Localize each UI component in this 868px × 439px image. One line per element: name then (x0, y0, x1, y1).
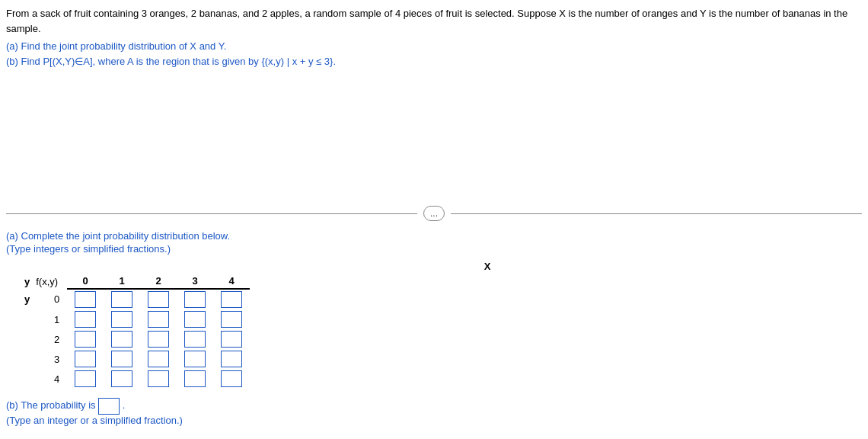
divider-line-left (6, 213, 417, 214)
input-3-4[interactable] (221, 351, 242, 367)
cell-3-0 (67, 349, 104, 369)
cell-4-2 (140, 369, 177, 389)
y-label-cell: y (21, 289, 33, 309)
cell-3-3 (177, 349, 213, 369)
cell-1-4 (213, 309, 250, 329)
cell-2-4 (213, 329, 250, 349)
cell-0-0 (67, 289, 104, 309)
input-3-0[interactable] (75, 351, 96, 367)
y-side-header: y (21, 274, 33, 289)
instruction-text-1: (a) Complete the joint probability distr… (6, 230, 862, 242)
input-0-3[interactable] (184, 291, 206, 308)
input-1-0[interactable] (75, 311, 96, 328)
input-4-0[interactable] (75, 370, 96, 387)
col-header-0: 0 (67, 274, 104, 289)
x-axis-label: X (113, 261, 862, 272)
part-b-note: (Type an integer or a simplified fractio… (6, 415, 183, 426)
col-header-1: 1 (104, 274, 140, 289)
cell-3-2 (140, 349, 177, 369)
cell-4-3 (177, 369, 213, 389)
instruction-text-2: (Type integers or simplified fractions.) (6, 243, 862, 255)
part-b-statement: (b) Find P[(X,Y)∈A], where A is the regi… (6, 54, 862, 69)
input-4-3[interactable] (184, 370, 206, 387)
spacer-cell (21, 349, 33, 369)
input-4-2[interactable] (148, 370, 169, 387)
cell-4-1 (104, 369, 140, 389)
cell-2-3 (177, 329, 213, 349)
col-header-4: 4 (213, 274, 250, 289)
col-header-3: 3 (177, 274, 213, 289)
input-2-1[interactable] (111, 331, 132, 348)
cell-1-2 (140, 309, 177, 329)
ellipsis-button[interactable]: ... (423, 206, 445, 221)
cell-0-1 (104, 289, 140, 309)
table-row: 4 (21, 369, 250, 389)
input-3-3[interactable] (184, 351, 206, 367)
table-row: 3 (21, 349, 250, 369)
input-4-1[interactable] (111, 370, 132, 387)
cell-2-0 (67, 329, 104, 349)
input-3-2[interactable] (148, 351, 169, 367)
input-2-4[interactable] (221, 331, 242, 348)
divider-area: ... (0, 206, 868, 221)
input-1-3[interactable] (184, 311, 206, 328)
cell-4-4 (213, 369, 250, 389)
fxy-header: f(x,y) (33, 274, 67, 289)
part-b-section: (b) The probability is . (Type an intege… (6, 398, 862, 426)
row-header-4: 4 (33, 369, 67, 389)
part-a-statement: (a) Find the joint probability distribut… (6, 39, 862, 54)
cell-3-4 (213, 349, 250, 369)
divider-line-right (451, 213, 862, 214)
input-1-4[interactable] (221, 311, 242, 328)
table-container: X y f(x,y) 0 1 2 3 4 (21, 261, 862, 389)
input-3-1[interactable] (111, 351, 132, 367)
part-b-input[interactable] (98, 398, 120, 415)
spacer-cell (21, 309, 33, 329)
cell-0-3 (177, 289, 213, 309)
input-2-3[interactable] (184, 331, 206, 348)
input-1-1[interactable] (111, 311, 132, 328)
bottom-section: (a) Complete the joint probability distr… (0, 221, 868, 432)
cell-1-0 (67, 309, 104, 329)
part-b-prefix: (b) The probability is (6, 399, 96, 411)
part-b-suffix: . (123, 399, 126, 411)
table-row: 1 (21, 309, 250, 329)
spacer-cell (21, 329, 33, 349)
input-2-0[interactable] (75, 331, 96, 348)
input-0-2[interactable] (148, 291, 169, 308)
row-header-0: 0 (33, 289, 67, 309)
col-header-2: 2 (140, 274, 177, 289)
cell-1-1 (104, 309, 140, 329)
cell-0-4 (213, 289, 250, 309)
input-0-4[interactable] (221, 291, 242, 308)
row-header-1: 1 (33, 309, 67, 329)
cell-3-1 (104, 349, 140, 369)
probability-table: y f(x,y) 0 1 2 3 4 y (21, 274, 250, 389)
spacer-cell (21, 369, 33, 389)
table-row: y 0 (21, 289, 250, 309)
cell-2-1 (104, 329, 140, 349)
row-header-3: 3 (33, 349, 67, 369)
input-4-4[interactable] (221, 370, 242, 387)
input-0-1[interactable] (111, 291, 132, 308)
cell-2-2 (140, 329, 177, 349)
row-header-2: 2 (33, 329, 67, 349)
input-2-2[interactable] (148, 331, 169, 348)
cell-0-2 (140, 289, 177, 309)
top-section: From a sack of fruit containing 3 orange… (0, 0, 868, 69)
cell-4-0 (67, 369, 104, 389)
main-problem-text: From a sack of fruit containing 3 orange… (6, 6, 862, 36)
input-1-2[interactable] (148, 311, 169, 328)
input-0-0[interactable] (75, 291, 96, 308)
cell-1-3 (177, 309, 213, 329)
table-row: 2 (21, 329, 250, 349)
